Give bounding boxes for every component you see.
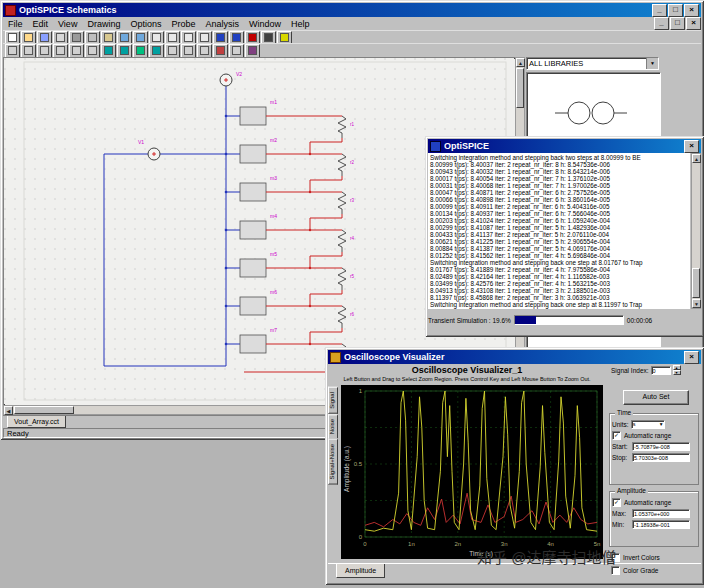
menu-help[interactable]: Help [286, 19, 315, 29]
log-line: 8.00884 t(ps): 8.41387 iter: 2 repeat_nr… [430, 245, 688, 252]
units-value: s [633, 420, 636, 429]
svg-text:m6: m6 [270, 289, 277, 295]
chevron-down-icon[interactable]: ▼ [646, 58, 658, 69]
log-scrollbar[interactable]: ▲ ▼ [691, 153, 701, 309]
lib-b-button[interactable] [117, 44, 132, 58]
scroll-thumb[interactable] [516, 68, 524, 108]
app-icon [5, 5, 16, 16]
menu-drawing[interactable]: Drawing [82, 19, 125, 29]
oscilloscope-button[interactable] [245, 44, 260, 58]
spin-down-icon: ▼ [673, 370, 681, 375]
scope-plot[interactable]: 01n2n3n4n5n00.51 Time (s) Amplitude (a.u… [341, 385, 603, 559]
watermark: 知乎 @达摩寺扫地僧 [477, 546, 616, 567]
zoom-area-icon [184, 33, 193, 42]
svg-text:m5: m5 [270, 251, 277, 257]
scroll-thumb[interactable] [14, 406, 74, 414]
stop-simulation-button[interactable] [21, 44, 36, 58]
stop-field[interactable]: 5.70303e-008 [632, 453, 690, 462]
signal-index-label: Signal Index: [611, 367, 649, 374]
menu-options[interactable]: Options [125, 19, 166, 29]
save-icon [40, 33, 49, 42]
color-icon [216, 46, 225, 55]
align-button[interactable] [165, 44, 180, 58]
side-tab-signal-noise[interactable]: Signal+Noise [328, 439, 338, 485]
doc-restore-button[interactable]: □ [670, 17, 685, 30]
side-tab-signal[interactable]: Signal [328, 387, 338, 414]
doc-minimize-button[interactable]: _ [654, 17, 669, 30]
run-simulation-button[interactable] [5, 44, 20, 58]
title-bar[interactable]: OptiSPICE × [428, 139, 701, 153]
signal-index-field[interactable]: 0 [651, 366, 671, 375]
units-dropdown[interactable]: s ▾ [631, 420, 665, 429]
voltage-probe-button[interactable] [37, 44, 52, 58]
log-line: 8.00433 t(ps): 8.41137 iter: 2 repeat_nr… [430, 231, 688, 238]
grid-button[interactable] [229, 44, 244, 58]
auto-set-button[interactable]: Auto Set [623, 390, 689, 405]
menu-probe[interactable]: Probe [166, 19, 200, 29]
svg-text:r1: r1 [350, 122, 354, 127]
mirror-button[interactable] [197, 44, 212, 58]
max-field[interactable]: 1.05370e+000 [632, 509, 690, 518]
svg-text:2n: 2n [454, 541, 461, 547]
voltage-probe-icon [40, 46, 49, 55]
scope-icon [330, 352, 341, 363]
scroll-up-icon[interactable]: ▲ [692, 154, 701, 163]
log-line: 8.11397 t(ps): 8.45868 iter: 2 repeat_nr… [430, 294, 688, 301]
log-output[interactable]: Switching integration method and steppin… [428, 153, 690, 309]
min-label: Min: [612, 521, 630, 528]
svg-text:r5: r5 [350, 274, 354, 279]
menu-view[interactable]: View [53, 19, 82, 29]
scroll-left-icon[interactable]: ◀ [4, 406, 13, 415]
scroll-down-icon[interactable]: ▼ [692, 299, 701, 308]
amplitude-group: Amplitude ✓ Automatic range Max: 1.05370… [609, 491, 699, 547]
log-line: 8.04913 t(ps): 8.43108 iter: 1 repeat_nr… [430, 287, 688, 294]
menu-window[interactable]: Window [244, 19, 286, 29]
lib-a-button[interactable] [101, 44, 116, 58]
draw-wire-icon [216, 33, 225, 42]
library-dropdown[interactable]: ALL LIBRARIES ▼ [526, 57, 659, 70]
menu-edit[interactable]: Edit [28, 19, 54, 29]
close-button[interactable]: × [684, 140, 699, 153]
sim-settings-button[interactable] [85, 44, 100, 58]
time-group: Time Units: s ▾ ✓ Automatic range Start:… [609, 413, 699, 485]
lib-c-button[interactable] [133, 44, 148, 58]
lib-d-icon [152, 46, 161, 55]
amplitude-tab[interactable]: Amplitude [336, 564, 385, 578]
zoom-in-icon [152, 33, 161, 42]
cut-icon [72, 33, 81, 42]
zoom-fit-icon [200, 33, 209, 42]
current-probe-button[interactable] [53, 44, 68, 58]
signal-index-stepper[interactable]: ▲▼ [673, 365, 681, 375]
title-bar[interactable]: Oscilloscope Visualizer × [328, 350, 701, 364]
text-icon [264, 33, 273, 42]
svg-text:r6: r6 [350, 312, 354, 317]
marker-button[interactable] [69, 44, 84, 58]
menu-analysis[interactable]: Analysis [200, 19, 244, 29]
time-auto-range-label: Automatic range [624, 432, 671, 439]
log-line: Switching integration method and steppin… [430, 259, 688, 266]
title-bar[interactable]: OptiSPICE Schematics _ □ × [3, 3, 701, 17]
rotate-button[interactable] [181, 44, 196, 58]
lib-d-button[interactable] [149, 44, 164, 58]
min-field[interactable]: -1.18938e-001 [632, 520, 690, 529]
side-tab-noise[interactable]: Noise [328, 414, 338, 439]
scroll-thumb[interactable] [692, 268, 700, 298]
log-line: 8.02489 t(ps): 8.42164 iter: 1 repeat_nr… [430, 273, 688, 280]
maximize-button[interactable]: □ [668, 4, 683, 17]
current-probe-icon [56, 46, 65, 55]
grid-icon [232, 46, 241, 55]
close-button[interactable]: × [684, 4, 699, 17]
doc-close-button[interactable]: × [686, 17, 701, 30]
scroll-up-icon[interactable]: ▲ [516, 58, 525, 67]
color-button[interactable] [213, 44, 228, 58]
time-auto-range-checkbox[interactable]: ✓ [612, 431, 621, 440]
amplitude-auto-range-checkbox[interactable]: ✓ [612, 498, 621, 507]
svg-text:m3: m3 [270, 175, 277, 181]
open-icon [24, 33, 33, 42]
minimize-button[interactable]: _ [652, 4, 667, 17]
console-icon [430, 141, 441, 152]
close-button[interactable]: × [684, 351, 699, 364]
chevron-down-icon[interactable]: ▾ [660, 420, 663, 429]
start-field[interactable]: -5.70879e-008 [632, 442, 690, 451]
menu-file[interactable]: File [3, 19, 28, 29]
